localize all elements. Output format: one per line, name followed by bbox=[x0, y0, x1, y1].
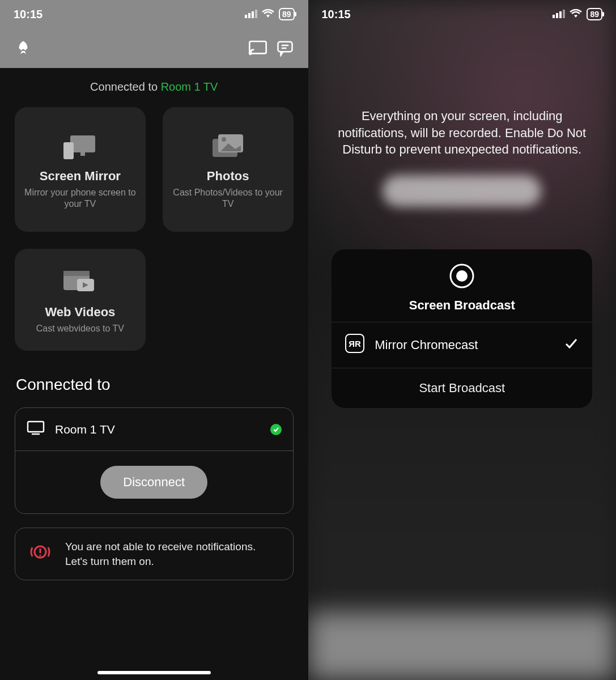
checkmark-icon bbox=[564, 336, 579, 354]
tile-title: Screen Mirror bbox=[40, 169, 121, 184]
rocket-icon[interactable] bbox=[14, 39, 33, 58]
tile-screen-mirror[interactable]: Screen Mirror Mirror your phone screen t… bbox=[15, 107, 146, 232]
record-icon bbox=[449, 263, 475, 291]
cellular-icon bbox=[245, 8, 257, 21]
wifi-icon bbox=[570, 8, 582, 21]
tile-title: Photos bbox=[207, 169, 249, 184]
screen-broadcast-sheet: 10:15 89 Everything on your screen, incl… bbox=[308, 0, 617, 680]
broadcast-app-name: Mirror Chromecast bbox=[375, 338, 554, 352]
section-heading-connected: Connected to bbox=[0, 359, 308, 402]
battery-indicator: 89 bbox=[587, 8, 602, 20]
status-icons: 89 bbox=[245, 8, 295, 21]
tile-web-videos[interactable]: Web Videos Cast webvideos to TV bbox=[15, 249, 146, 351]
device-name: Room 1 TV bbox=[55, 423, 260, 436]
svg-point-28 bbox=[456, 270, 468, 282]
status-icons: 89 bbox=[553, 8, 602, 21]
web-videos-icon bbox=[61, 265, 99, 299]
svg-rect-16 bbox=[63, 271, 90, 276]
svg-rect-10 bbox=[80, 152, 85, 156]
svg-rect-9 bbox=[70, 135, 95, 152]
connected-device-card: Room 1 TV Disconnect bbox=[15, 407, 294, 514]
chat-icon[interactable] bbox=[275, 39, 295, 58]
app-toolbar bbox=[0, 28, 308, 68]
connected-check-icon bbox=[270, 424, 282, 435]
app-icon: ЯR bbox=[345, 334, 364, 356]
broadcast-title: Screen Broadcast bbox=[409, 298, 515, 313]
tile-desc: Mirror your phone screen to your TV bbox=[23, 187, 138, 210]
notification-warning-text: You are not able to receive notification… bbox=[65, 539, 281, 568]
svg-point-14 bbox=[222, 137, 226, 142]
wifi-icon bbox=[262, 8, 274, 21]
tile-desc: Cast Photos/Videos to your TV bbox=[171, 187, 286, 210]
svg-rect-23 bbox=[553, 15, 555, 18]
connected-banner: Connected to Room 1 TV bbox=[0, 68, 308, 99]
svg-rect-25 bbox=[559, 11, 562, 18]
tile-photos[interactable]: Photos Cast Photos/Videos to your TV bbox=[163, 107, 294, 232]
status-time: 10:15 bbox=[322, 8, 351, 21]
notification-warning-card[interactable]: You are not able to receive notification… bbox=[15, 528, 294, 580]
svg-point-22 bbox=[39, 555, 41, 556]
screen-cast-app: 10:15 89 Connected to Room 1 TV bbox=[0, 0, 308, 680]
svg-rect-6 bbox=[278, 42, 292, 52]
svg-rect-3 bbox=[255, 10, 257, 18]
svg-point-5 bbox=[249, 53, 251, 54]
alert-icon bbox=[28, 539, 53, 568]
cast-icon[interactable] bbox=[248, 39, 267, 58]
broadcast-header: Screen Broadcast bbox=[332, 249, 592, 322]
tile-title: Web Videos bbox=[45, 305, 115, 320]
svg-rect-0 bbox=[245, 15, 247, 18]
broadcast-sheet: Screen Broadcast ЯR Mirror Chromecast St… bbox=[332, 249, 592, 408]
blurred-bottom bbox=[308, 612, 617, 680]
broadcast-warning-text: Everything on your screen, including not… bbox=[308, 28, 617, 169]
svg-rect-4 bbox=[249, 41, 266, 53]
screen-mirror-icon bbox=[60, 129, 100, 163]
svg-rect-24 bbox=[556, 13, 558, 18]
svg-rect-18 bbox=[28, 422, 44, 432]
connected-device-name: Room 1 TV bbox=[161, 80, 218, 93]
status-time: 10:15 bbox=[14, 8, 43, 21]
svg-rect-26 bbox=[563, 10, 565, 18]
tv-icon bbox=[27, 420, 45, 438]
feature-tiles: Screen Mirror Mirror your phone screen t… bbox=[0, 99, 308, 359]
tile-desc: Cast webvideos to TV bbox=[36, 323, 124, 334]
disconnect-button[interactable]: Disconnect bbox=[100, 466, 207, 499]
battery-indicator: 89 bbox=[279, 8, 295, 20]
start-broadcast-button[interactable]: Start Broadcast bbox=[332, 368, 592, 408]
broadcast-app-option[interactable]: ЯR Mirror Chromecast bbox=[332, 322, 592, 368]
svg-rect-11 bbox=[63, 142, 74, 159]
connected-prefix: Connected to bbox=[90, 80, 161, 93]
photos-icon bbox=[209, 129, 247, 163]
svg-rect-1 bbox=[248, 13, 250, 18]
device-row[interactable]: Room 1 TV bbox=[15, 408, 293, 450]
cellular-icon bbox=[553, 8, 565, 21]
svg-text:ЯR: ЯR bbox=[349, 339, 361, 348]
blurred-element bbox=[383, 175, 541, 207]
status-bar: 10:15 89 bbox=[308, 0, 617, 28]
svg-rect-2 bbox=[252, 11, 254, 18]
status-bar: 10:15 89 bbox=[0, 0, 308, 28]
home-indicator[interactable] bbox=[97, 671, 211, 674]
